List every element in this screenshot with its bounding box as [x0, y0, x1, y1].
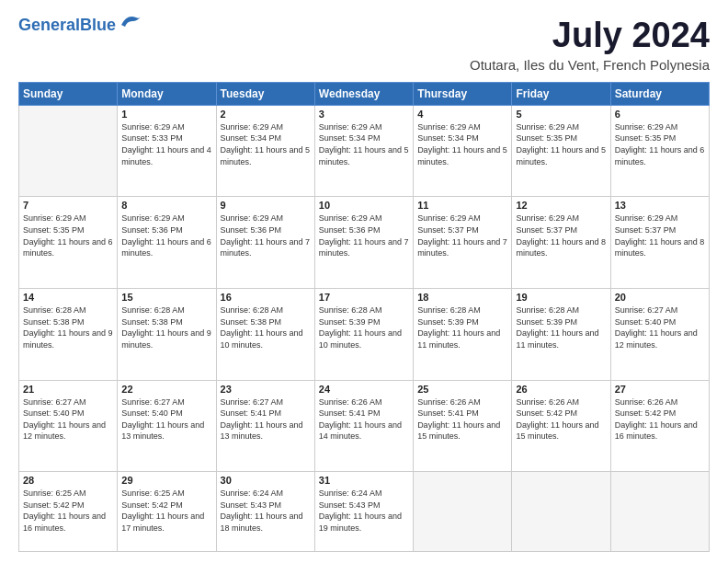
table-row: 8 Sunrise: 6:29 AMSunset: 5:36 PMDayligh… [118, 197, 216, 289]
day-number: 18 [417, 292, 507, 303]
table-row: 20 Sunrise: 6:27 AMSunset: 5:40 PMDaylig… [610, 289, 709, 381]
table-row: 29 Sunrise: 6:25 AMSunset: 5:42 PMDaylig… [118, 472, 216, 552]
col-friday: Friday [512, 82, 610, 105]
day-number: 25 [417, 384, 507, 395]
day-info: Sunrise: 6:25 AMSunset: 5:42 PMDaylight:… [23, 488, 106, 533]
day-info: Sunrise: 6:28 AMSunset: 5:38 PMDaylight:… [121, 305, 211, 350]
day-number: 27 [615, 384, 705, 395]
day-info: Sunrise: 6:29 AMSunset: 5:35 PMDaylight:… [516, 122, 606, 167]
table-row: 27 Sunrise: 6:26 AMSunset: 5:42 PMDaylig… [610, 380, 709, 472]
table-row: 22 Sunrise: 6:27 AMSunset: 5:40 PMDaylig… [118, 380, 216, 472]
table-row [19, 105, 118, 197]
table-row: 12 Sunrise: 6:29 AMSunset: 5:37 PMDaylig… [512, 197, 610, 289]
col-saturday: Saturday [610, 82, 709, 105]
day-number: 12 [516, 200, 606, 211]
table-row: 23 Sunrise: 6:27 AMSunset: 5:41 PMDaylig… [216, 380, 314, 472]
table-row: 3 Sunrise: 6:29 AMSunset: 5:34 PMDayligh… [314, 105, 413, 197]
table-row: 6 Sunrise: 6:29 AMSunset: 5:35 PMDayligh… [610, 105, 709, 197]
table-row: 28 Sunrise: 6:25 AMSunset: 5:42 PMDaylig… [19, 472, 118, 552]
day-number: 15 [121, 292, 211, 303]
day-number: 16 [221, 292, 311, 303]
logo-text: GeneralBlue [18, 17, 116, 35]
day-number: 31 [319, 475, 409, 486]
day-number: 24 [319, 384, 409, 395]
day-info: Sunrise: 6:26 AMSunset: 5:42 PMDaylight:… [615, 397, 698, 442]
day-number: 1 [121, 109, 211, 120]
day-info: Sunrise: 6:26 AMSunset: 5:42 PMDaylight:… [516, 397, 598, 442]
day-info: Sunrise: 6:29 AMSunset: 5:36 PMDaylight:… [221, 213, 311, 258]
day-info: Sunrise: 6:29 AMSunset: 5:33 PMDaylight:… [121, 122, 211, 167]
day-info: Sunrise: 6:28 AMSunset: 5:39 PMDaylight:… [417, 305, 500, 350]
table-row: 15 Sunrise: 6:28 AMSunset: 5:38 PMDaylig… [118, 289, 216, 381]
calendar-header-row: Sunday Monday Tuesday Wednesday Thursday… [19, 82, 710, 105]
day-info: Sunrise: 6:27 AMSunset: 5:40 PMDaylight:… [23, 397, 106, 442]
page: GeneralBlue July 2024 Otutara, Iles du V… [0, 0, 728, 563]
day-info: Sunrise: 6:27 AMSunset: 5:40 PMDaylight:… [615, 305, 698, 350]
table-row: 11 Sunrise: 6:29 AMSunset: 5:37 PMDaylig… [414, 197, 512, 289]
table-row: 24 Sunrise: 6:26 AMSunset: 5:41 PMDaylig… [314, 380, 413, 472]
day-info: Sunrise: 6:29 AMSunset: 5:34 PMDaylight:… [221, 122, 311, 167]
day-info: Sunrise: 6:25 AMSunset: 5:42 PMDaylight:… [121, 488, 204, 533]
day-number: 21 [23, 384, 113, 395]
day-info: Sunrise: 6:29 AMSunset: 5:37 PMDaylight:… [417, 213, 507, 258]
day-info: Sunrise: 6:27 AMSunset: 5:41 PMDaylight:… [221, 397, 303, 442]
col-monday: Monday [118, 82, 216, 105]
day-number: 19 [516, 292, 606, 303]
day-info: Sunrise: 6:28 AMSunset: 5:38 PMDaylight:… [23, 305, 113, 350]
calendar-table: Sunday Monday Tuesday Wednesday Thursday… [18, 82, 710, 552]
day-info: Sunrise: 6:28 AMSunset: 5:39 PMDaylight:… [516, 305, 598, 350]
day-info: Sunrise: 6:26 AMSunset: 5:41 PMDaylight:… [417, 397, 500, 442]
day-number: 7 [23, 200, 113, 211]
table-row: 10 Sunrise: 6:29 AMSunset: 5:36 PMDaylig… [314, 197, 413, 289]
col-thursday: Thursday [414, 82, 512, 105]
day-number: 11 [417, 200, 507, 211]
table-row: 1 Sunrise: 6:29 AMSunset: 5:33 PMDayligh… [118, 105, 216, 197]
main-title: July 2024 [470, 17, 710, 55]
day-number: 8 [121, 200, 211, 211]
table-row: 7 Sunrise: 6:29 AMSunset: 5:35 PMDayligh… [19, 197, 118, 289]
day-info: Sunrise: 6:29 AMSunset: 5:35 PMDaylight:… [23, 213, 113, 258]
day-info: Sunrise: 6:26 AMSunset: 5:41 PMDaylight:… [319, 397, 402, 442]
day-info: Sunrise: 6:28 AMSunset: 5:38 PMDaylight:… [221, 305, 303, 350]
day-number: 20 [615, 292, 705, 303]
day-number: 26 [516, 384, 606, 395]
subtitle: Otutara, Iles du Vent, French Polynesia [470, 57, 710, 73]
table-row: 16 Sunrise: 6:28 AMSunset: 5:38 PMDaylig… [216, 289, 314, 381]
table-row: 2 Sunrise: 6:29 AMSunset: 5:34 PMDayligh… [216, 105, 314, 197]
table-row: 4 Sunrise: 6:29 AMSunset: 5:34 PMDayligh… [414, 105, 512, 197]
day-info: Sunrise: 6:29 AMSunset: 5:34 PMDaylight:… [319, 122, 409, 167]
day-number: 14 [23, 292, 113, 303]
table-row: 30 Sunrise: 6:24 AMSunset: 5:43 PMDaylig… [216, 472, 314, 552]
col-tuesday: Tuesday [216, 82, 314, 105]
day-number: 9 [221, 200, 311, 211]
day-number: 22 [121, 384, 211, 395]
day-info: Sunrise: 6:29 AMSunset: 5:34 PMDaylight:… [417, 122, 507, 167]
table-row: 26 Sunrise: 6:26 AMSunset: 5:42 PMDaylig… [512, 380, 610, 472]
logo-bird-icon [118, 12, 143, 30]
day-number: 3 [319, 109, 409, 120]
table-row: 14 Sunrise: 6:28 AMSunset: 5:38 PMDaylig… [19, 289, 118, 381]
table-row: 21 Sunrise: 6:27 AMSunset: 5:40 PMDaylig… [19, 380, 118, 472]
day-info: Sunrise: 6:29 AMSunset: 5:36 PMDaylight:… [121, 213, 211, 258]
table-row: 9 Sunrise: 6:29 AMSunset: 5:36 PMDayligh… [216, 197, 314, 289]
table-row: 25 Sunrise: 6:26 AMSunset: 5:41 PMDaylig… [414, 380, 512, 472]
day-number: 2 [221, 109, 311, 120]
table-row: 13 Sunrise: 6:29 AMSunset: 5:37 PMDaylig… [610, 197, 709, 289]
day-number: 30 [221, 475, 311, 486]
day-info: Sunrise: 6:29 AMSunset: 5:37 PMDaylight:… [615, 213, 705, 258]
header: GeneralBlue July 2024 Otutara, Iles du V… [18, 17, 710, 73]
day-number: 13 [615, 200, 705, 211]
table-row [610, 472, 709, 552]
day-number: 4 [417, 109, 507, 120]
day-info: Sunrise: 6:28 AMSunset: 5:39 PMDaylight:… [319, 305, 402, 350]
table-row: 17 Sunrise: 6:28 AMSunset: 5:39 PMDaylig… [314, 289, 413, 381]
day-info: Sunrise: 6:24 AMSunset: 5:43 PMDaylight:… [319, 488, 402, 533]
day-number: 17 [319, 292, 409, 303]
col-sunday: Sunday [19, 82, 118, 105]
col-wednesday: Wednesday [314, 82, 413, 105]
day-info: Sunrise: 6:24 AMSunset: 5:43 PMDaylight:… [221, 488, 303, 533]
day-number: 28 [23, 475, 113, 486]
day-info: Sunrise: 6:29 AMSunset: 5:36 PMDaylight:… [319, 213, 409, 258]
day-number: 29 [121, 475, 211, 486]
day-number: 10 [319, 200, 409, 211]
